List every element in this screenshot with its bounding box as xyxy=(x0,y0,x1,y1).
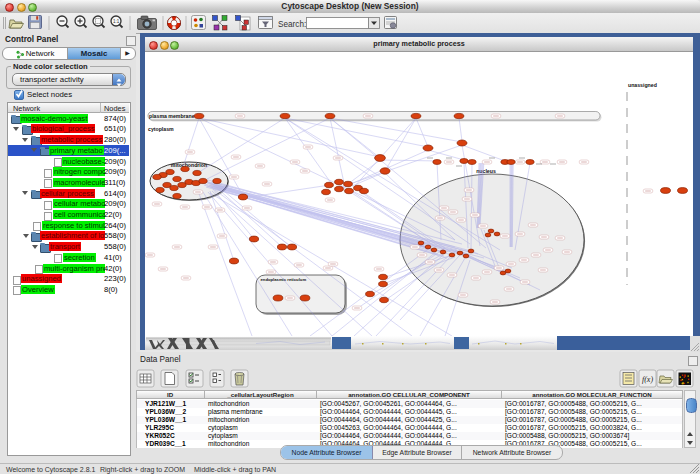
svg-text:f(x): f(x) xyxy=(642,375,653,384)
svg-text:1:1: 1:1 xyxy=(113,19,120,24)
svg-text:plasma membrane: plasma membrane xyxy=(149,113,195,119)
svg-text:unassigned: unassigned xyxy=(628,82,657,88)
svg-text:mitochondrion: mitochondrion xyxy=(171,162,207,168)
svg-text:Search:: Search: xyxy=(278,20,306,29)
svg-text:cytoplasm: cytoplasm xyxy=(148,126,174,132)
